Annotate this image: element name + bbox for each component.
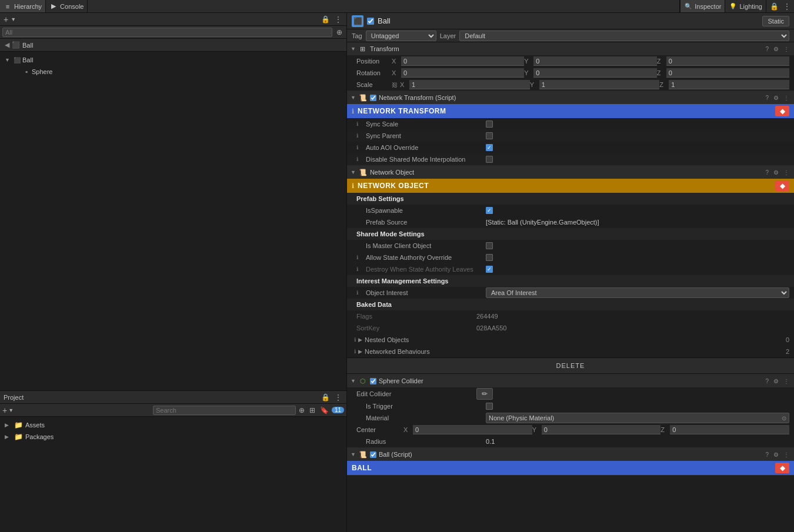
position-y-input[interactable] bbox=[533, 56, 656, 66]
static-button[interactable]: Static bbox=[762, 16, 789, 26]
nt-title: Network Transform (Script) bbox=[379, 94, 762, 101]
hierarchy-add-dropdown[interactable]: ▼ bbox=[11, 16, 16, 22]
bs-help-icon[interactable]: ? bbox=[764, 451, 770, 458]
sync-parent-checkbox[interactable] bbox=[486, 132, 493, 139]
sync-parent-row: ℹ Sync Parent bbox=[347, 130, 794, 142]
object-interest-select[interactable]: Area Of Interest bbox=[486, 287, 789, 298]
scale-x-input[interactable] bbox=[409, 80, 530, 89]
no-info-icon: ℹ bbox=[352, 182, 354, 190]
network-transform-section: ▼ 📜 Network Transform (Script) ? ⚙ ⋮ ℹ N… bbox=[347, 91, 794, 166]
transform-more-icon[interactable]: ⋮ bbox=[782, 46, 790, 52]
bs-more-icon[interactable]: ⋮ bbox=[782, 451, 790, 458]
hierarchy-lock-icon[interactable]: 🔒 bbox=[320, 15, 331, 24]
position-z-input[interactable] bbox=[666, 56, 789, 66]
allow-state-checkbox[interactable] bbox=[486, 254, 493, 261]
is-trigger-checkbox[interactable] bbox=[486, 403, 493, 410]
project-add-dropdown[interactable]: ▼ bbox=[8, 407, 14, 413]
layer-select[interactable]: Default bbox=[459, 31, 789, 41]
network-object-header[interactable]: ▼ 📜 Network Object ? ⚙ ⋮ bbox=[347, 166, 794, 179]
hierarchy-more-icon[interactable]: ⋮ bbox=[333, 15, 343, 24]
center-xyz-group: X Y Z bbox=[403, 425, 789, 434]
breadcrumb-item[interactable]: ⬛ Ball bbox=[12, 41, 33, 49]
nt-help-icon[interactable]: ? bbox=[764, 95, 770, 101]
sc-enabled-checkbox[interactable] bbox=[370, 378, 376, 384]
rotation-y-input[interactable] bbox=[533, 68, 656, 78]
edit-collider-button[interactable]: ✏ bbox=[476, 388, 493, 400]
allow-state-info-icon: ℹ bbox=[356, 255, 363, 260]
position-x-input[interactable] bbox=[401, 56, 524, 66]
disable-shared-checkbox[interactable] bbox=[486, 156, 493, 163]
networked-behaviours-row[interactable]: ℹ ▶ Networked Behaviours 2 bbox=[347, 346, 794, 357]
ball-script-header[interactable]: ▼ 📜 Ball (Script) ? ⚙ ⋮ bbox=[347, 448, 794, 461]
is-master-checkbox[interactable] bbox=[486, 242, 493, 249]
scale-y-input[interactable] bbox=[539, 80, 660, 89]
object-interest-info-icon: ℹ bbox=[356, 290, 363, 296]
hierarchy-content: ▼ ⬛ Ball ⚬ Sphere bbox=[0, 52, 346, 390]
sc-help-icon[interactable]: ? bbox=[764, 378, 770, 384]
bs-enabled-checkbox[interactable] bbox=[370, 451, 376, 458]
destroy-checkbox[interactable]: ✓ bbox=[486, 266, 493, 273]
is-spawnable-checkbox[interactable]: ✓ bbox=[486, 207, 493, 214]
project-search-icon[interactable]: ⊕ bbox=[297, 406, 306, 414]
tab-lighting[interactable]: 💡 Lighting bbox=[725, 0, 766, 12]
scale-link-icon[interactable]: ⛓ bbox=[392, 82, 398, 88]
sc-icon: ⬡ bbox=[358, 376, 368, 386]
transform-help-icon[interactable]: ? bbox=[764, 46, 770, 52]
network-transform-header[interactable]: ▼ 📜 Network Transform (Script) ? ⚙ ⋮ bbox=[347, 91, 794, 104]
scale-z-input[interactable] bbox=[669, 80, 789, 89]
rotation-x-input[interactable] bbox=[401, 68, 524, 78]
project-search-input[interactable] bbox=[153, 406, 296, 415]
delete-button[interactable]: DELETE bbox=[347, 357, 794, 374]
lock-icon[interactable]: 🔒 bbox=[769, 2, 780, 11]
hierarchy-search-options-icon[interactable]: ⊕ bbox=[335, 28, 344, 36]
nested-objects-row[interactable]: ℹ ▶ Nested Objects 0 bbox=[347, 334, 794, 346]
sphere-collider-header[interactable]: ▼ ⬡ Sphere Collider ? ⚙ ⋮ bbox=[347, 374, 794, 387]
center-x-input[interactable] bbox=[413, 425, 532, 434]
breadcrumb-label: Ball bbox=[22, 42, 33, 49]
project-tree-item-assets[interactable]: ▶ 📁 Assets bbox=[0, 419, 346, 431]
project-lock-icon[interactable]: 🔒 bbox=[320, 393, 331, 401]
sc-more-icon[interactable]: ⋮ bbox=[782, 378, 790, 384]
material-field[interactable]: None (Physic Material) ⊙ bbox=[486, 413, 789, 423]
center-z-input[interactable] bbox=[670, 425, 789, 434]
no-help-icon[interactable]: ? bbox=[764, 169, 770, 176]
back-arrow-icon[interactable]: ◀ bbox=[5, 41, 9, 49]
rotation-z-input[interactable] bbox=[666, 68, 789, 78]
delete-label: DELETE bbox=[556, 362, 585, 369]
is-master-row: Is Master Client Object bbox=[347, 240, 794, 252]
tree-item-sphere[interactable]: ⚬ Sphere bbox=[0, 66, 346, 78]
bs-settings-icon[interactable]: ⚙ bbox=[772, 451, 780, 458]
object-enabled-checkbox[interactable] bbox=[367, 18, 374, 25]
tab-console[interactable]: ▶ Console bbox=[46, 0, 88, 12]
tag-select[interactable]: Untagged bbox=[366, 31, 436, 41]
project-filter-icon[interactable]: ⊞ bbox=[308, 406, 317, 414]
nt-more-icon[interactable]: ⋮ bbox=[782, 95, 790, 101]
scale-x-item: X bbox=[400, 80, 530, 89]
project-tree-item-packages[interactable]: ▶ 📁 Packages bbox=[0, 431, 346, 443]
no-more-icon[interactable]: ⋮ bbox=[782, 169, 790, 176]
tab-hierarchy[interactable]: ≡ Hierarchy bbox=[0, 0, 46, 12]
material-value: None (Physic Material) bbox=[489, 414, 554, 421]
bs-script-icon: 📜 bbox=[358, 450, 368, 459]
packages-label: Packages bbox=[25, 433, 54, 440]
transform-header[interactable]: ▼ ⊞ Transform ? ⚙ ⋮ bbox=[347, 42, 794, 55]
sc-settings-icon[interactable]: ⚙ bbox=[772, 378, 780, 384]
center-z-item: Z bbox=[660, 425, 789, 434]
more-icon[interactable]: ⋮ bbox=[782, 2, 792, 11]
hierarchy-add-button[interactable]: + bbox=[4, 15, 8, 24]
layer-label: Layer bbox=[440, 32, 456, 39]
project-bookmark-icon[interactable]: 🔖 bbox=[318, 406, 331, 414]
project-more-icon[interactable]: ⋮ bbox=[333, 393, 343, 401]
sync-scale-checkbox[interactable] bbox=[486, 121, 493, 128]
tree-item-ball[interactable]: ▼ ⬛ Ball bbox=[0, 54, 346, 66]
project-add-button[interactable]: + bbox=[2, 406, 7, 415]
no-settings-icon[interactable]: ⚙ bbox=[772, 169, 780, 176]
center-y-input[interactable] bbox=[542, 425, 661, 434]
nt-enabled-checkbox[interactable] bbox=[370, 95, 376, 101]
auto-aoi-checkbox[interactable]: ✓ bbox=[486, 144, 493, 151]
transform-settings-icon[interactable]: ⚙ bbox=[772, 46, 780, 52]
tab-inspector[interactable]: 🔍 Inspector bbox=[680, 0, 725, 12]
nt-settings-icon[interactable]: ⚙ bbox=[772, 95, 780, 101]
hierarchy-search-input[interactable] bbox=[2, 28, 332, 37]
prefab-source-value: [Static: Ball (UnityEngine.GameObject)] bbox=[486, 219, 789, 226]
